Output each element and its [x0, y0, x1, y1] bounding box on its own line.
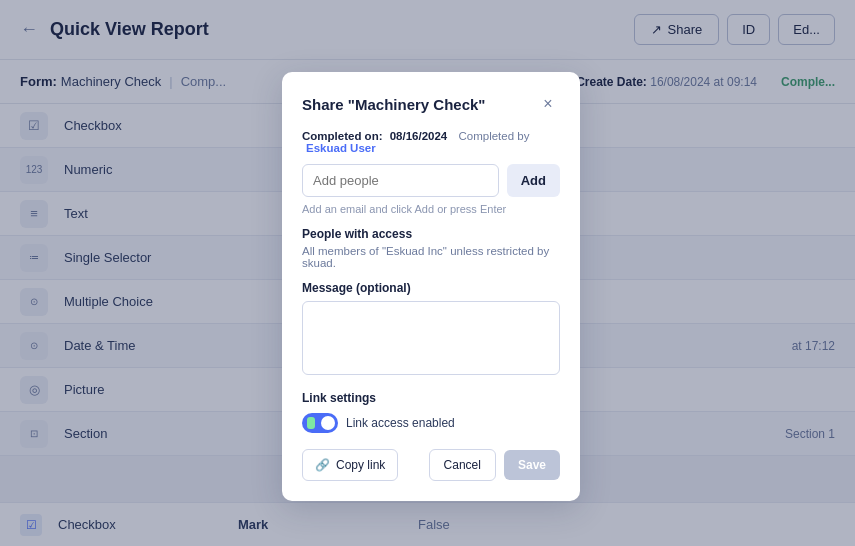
completed-on-value: 08/16/2024: [390, 130, 448, 142]
add-people-row: Add: [302, 164, 560, 197]
cancel-button[interactable]: Cancel: [429, 449, 496, 481]
hint-text: Add an email and click Add or press Ente…: [302, 203, 560, 215]
add-people-input[interactable]: [302, 164, 499, 197]
modal-title: Share "Machinery Check": [302, 96, 485, 113]
close-button[interactable]: ×: [536, 92, 560, 116]
copy-link-label: Copy link: [336, 458, 385, 472]
people-access-title: People with access: [302, 227, 560, 241]
add-button[interactable]: Add: [507, 164, 560, 197]
message-label: Message (optional): [302, 281, 560, 295]
completed-by-value: Eskuad User: [306, 142, 376, 154]
copy-link-button[interactable]: 🔗 Copy link: [302, 449, 398, 481]
toggle-row: Link access enabled: [302, 413, 560, 433]
share-modal: Share "Machinery Check" × Completed on: …: [282, 72, 580, 501]
link-settings-label: Link settings: [302, 391, 560, 405]
toggle-indicator: [307, 417, 315, 429]
people-access-desc: All members of "Eskuad Inc" unless restr…: [302, 245, 560, 269]
save-button[interactable]: Save: [504, 450, 560, 480]
completed-by-label: Completed by: [458, 130, 529, 142]
link-access-label: Link access enabled: [346, 416, 455, 430]
modal-meta: Completed on: 08/16/2024 Completed by Es…: [302, 130, 560, 154]
link-icon: 🔗: [315, 458, 330, 472]
modal-footer: 🔗 Copy link Cancel Save: [302, 449, 560, 481]
link-access-toggle[interactable]: [302, 413, 338, 433]
message-textarea[interactable]: [302, 301, 560, 375]
toggle-knob: [321, 416, 335, 430]
modal-header: Share "Machinery Check" ×: [302, 92, 560, 116]
completed-on-label: Completed on:: [302, 130, 383, 142]
